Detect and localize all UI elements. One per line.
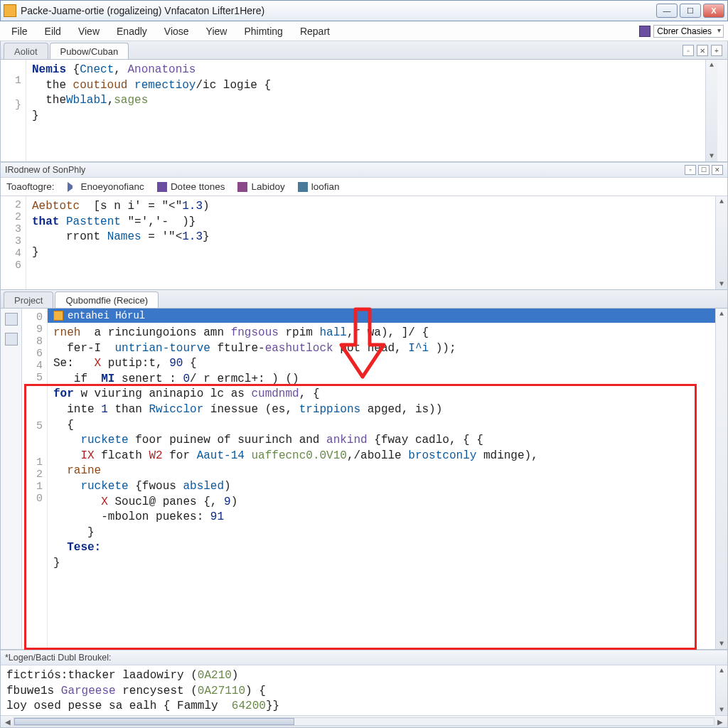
app-icon [4, 4, 16, 17]
selected-code-header[interactable]: entahei Hórul [48, 309, 715, 323]
scroll-left-icon[interactable]: ◀ [2, 718, 14, 726]
square-icon [157, 182, 167, 192]
code-editor-mid[interactable]: 223346 Aebtotc [s n i' = "<"1.3) that Pa… [1, 196, 727, 289]
toolbar-icon-1[interactable]: ▫ [682, 45, 694, 56]
vscroll-main[interactable]: ▲ ▼ [715, 309, 727, 649]
output-text[interactable]: fictriós:thacker laadowiry (0A210) fbuwe… [1, 665, 715, 715]
window-minimize-button[interactable]: — [656, 4, 678, 18]
panel-restore-icon[interactable]: ☐ [698, 165, 710, 175]
output-console[interactable]: fictriós:thacker laadowiry (0A210) fbuwe… [1, 665, 727, 715]
output-title-label: *Logen/Bacti Dubl Broukel: [5, 653, 111, 663]
cat-dotee[interactable]: Dotee ttones [157, 181, 225, 192]
code-area-main[interactable]: rneh a rinciungoions amn fngsous rpim ha… [48, 323, 715, 649]
menu-view[interactable]: View [71, 23, 107, 40]
tab-project[interactable]: Project [4, 291, 53, 308]
category-bar: Toaoftogre: Enoeyonofianc Dotee ttones L… [1, 178, 727, 196]
scroll-right-icon[interactable]: ▶ [714, 718, 726, 726]
vscroll-output[interactable]: ▲ ▼ [715, 665, 727, 715]
panel-close-icon[interactable]: ✕ [712, 165, 723, 175]
selected-code-title: entahei Hórul [68, 310, 145, 321]
scroll-down-icon[interactable]: ▼ [719, 640, 724, 648]
gutter-main: 09864551210 [22, 309, 48, 649]
scroll-up-icon[interactable]: ▲ [719, 310, 724, 318]
menu-yiew[interactable]: Yiew [199, 23, 235, 40]
hscroll-track[interactable] [14, 717, 714, 726]
flag-icon [298, 182, 308, 192]
menu-repart[interactable]: Repart [293, 23, 337, 40]
tab-pubow-cuban[interactable]: Pubow/Cuban [50, 43, 129, 59]
code-area-top[interactable]: Nemis {Cnect, Anonatonis the coutioud re… [26, 60, 705, 161]
cat-toaoftogre[interactable]: Toaoftogre: [6, 181, 55, 192]
panel-min-icon[interactable]: ▫ [685, 165, 696, 175]
toolbox-icon[interactable] [5, 313, 18, 326]
marker-strip-top [717, 60, 727, 161]
scroll-up-icon[interactable]: ▲ [710, 61, 714, 69]
gutter-mid: 223346 [1, 196, 26, 289]
editor-left-iconbar [1, 309, 22, 649]
window-maximize-button[interactable]: ☐ [680, 4, 701, 18]
editor-toolbar-right: ▫ ✕ + [678, 43, 727, 58]
menubar: File Eild View Enadly Viose Yiew Phimtin… [0, 21, 728, 41]
panel-title-label: IRodnew of SonPhly [5, 165, 85, 175]
scroll-down-icon[interactable]: ▼ [710, 152, 714, 160]
vscroll-mid[interactable]: ▲ ▼ [715, 196, 727, 289]
cat-labidoy[interactable]: Labidoy [237, 181, 284, 192]
menu-eild[interactable]: Eild [38, 23, 68, 40]
scissors-icon[interactable] [5, 333, 18, 346]
tab-aoliot[interactable]: Aoliot [4, 43, 48, 59]
code-area-mid[interactable]: Aebtotc [s n i' = "<"1.3) that Pasttent … [26, 196, 715, 289]
menu-enadly[interactable]: Enadly [109, 23, 154, 40]
code-editor-top[interactable]: 1} Nemis {Cnect, Anonatonis the coutioud… [1, 60, 727, 161]
hscroll-output[interactable]: ◀ ▶ [1, 715, 727, 727]
menu-phimting[interactable]: Phimting [237, 23, 289, 40]
editor-tabs-top: Aoliot Pubow/Cuban [1, 41, 727, 60]
panel-title-sonphly: IRodnew of SonPhly ▫ ☐ ✕ [1, 162, 727, 178]
cat-enoeyonofianc[interactable]: Enoeyonofianc [68, 181, 144, 192]
menu-viose[interactable]: Viose [157, 23, 196, 40]
output-panel-title: *Logen/Bacti Dubl Broukel: [1, 650, 727, 665]
scroll-up-icon[interactable]: ▲ [719, 667, 724, 675]
window-titlebar: Packe-Juame-ortie (rogalizeing) Vnfacato… [0, 0, 728, 21]
gutter-top: 1} [1, 60, 26, 161]
file-icon [53, 311, 63, 321]
square2-icon [237, 182, 247, 192]
vscroll-top[interactable]: ▲ ▼ [705, 60, 717, 161]
menu-file[interactable]: File [4, 23, 35, 40]
code-editor-main[interactable]: 09864551210 entahei Hórul rneh a rinciun… [1, 309, 727, 649]
cat-loofian[interactable]: loofian [298, 181, 340, 192]
scroll-up-icon[interactable]: ▲ [719, 198, 724, 205]
perspective-icon[interactable] [639, 26, 651, 37]
perspective-dropdown[interactable]: Cbrer Chasies [653, 25, 724, 38]
scroll-down-icon[interactable]: ▼ [719, 280, 724, 288]
scroll-down-icon[interactable]: ▼ [719, 706, 724, 714]
window-title: Packe-Juame-ortie (rogalizeing) Vnfacato… [21, 5, 656, 16]
toolbar-close-icon[interactable]: ✕ [697, 45, 708, 56]
editor-tabs-lower: Project Qubomdfie (Recice) [1, 290, 727, 309]
tab-qubomdfie[interactable]: Qubomdfie (Recice) [55, 291, 159, 308]
hscroll-thumb[interactable] [14, 718, 294, 725]
window-close-button[interactable]: X [703, 4, 724, 18]
triangle-icon [68, 182, 77, 192]
toolbar-plus-icon[interactable]: + [711, 45, 722, 56]
